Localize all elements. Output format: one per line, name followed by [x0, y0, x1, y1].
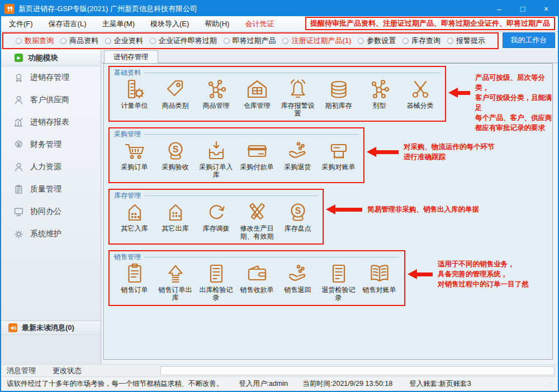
minimize-button[interactable]: –: [487, 1, 511, 16]
menu-item[interactable]: 保存语言(L): [49, 19, 87, 29]
toolbar-item[interactable]: 企业证件即将过期: [150, 36, 217, 46]
module-item[interactable]: 销售退回: [277, 261, 318, 302]
annotation: 产品可按级、层次等分类， 客户可按级分类，且能满足 每个产品、客户、供应商 都应…: [448, 73, 552, 133]
toolbar-item[interactable]: 参数设置: [358, 36, 396, 46]
sidebar-item[interactable]: 系统维护: [1, 223, 101, 245]
module-item[interactable]: 期初库存: [318, 77, 359, 117]
module-item[interactable]: S采购验收: [155, 138, 196, 179]
module-item-label: 销售收款单: [240, 286, 274, 294]
footer-link[interactable]: 消息管理: [7, 366, 36, 376]
module-item[interactable]: 退货检验记录: [318, 261, 359, 302]
menu-item[interactable]: 模块导入(E): [150, 19, 189, 29]
speaker-icon: [8, 323, 17, 332]
status-orb-icon: [402, 38, 409, 44]
module-item-label: 库存报警设置: [280, 102, 316, 117]
menu-items: 文件(F)保存语言(L)主菜单(M)模块导入(E)帮助(H)会计凭证: [9, 19, 290, 29]
status-orb-icon: [16, 38, 22, 44]
footer-field: [160, 366, 555, 375]
module-item-label: 其它入库: [121, 224, 148, 232]
chart-icon: [13, 117, 24, 128]
sidebar-item[interactable]: 客户供应商: [1, 89, 101, 111]
sidebar-item[interactable]: 进销存管理: [1, 66, 101, 89]
module-item[interactable]: 销售对账单: [359, 261, 400, 302]
maximize-button[interactable]: □: [511, 1, 534, 16]
hand-coins-icon: [287, 262, 309, 285]
module-item[interactable]: 采购订单入库: [196, 138, 236, 179]
toolbar-item[interactable]: 库存查询: [402, 36, 440, 46]
toolbar-item[interactable]: 注册证过期产品(1): [282, 36, 351, 46]
sidebar-item[interactable]: 进销存报表: [1, 111, 101, 133]
sidebar-item-label: 系统维护: [30, 229, 61, 239]
sidebar-header-label: 功能模块: [28, 53, 58, 63]
module-item[interactable]: 修改生产日期、有效期: [236, 200, 277, 240]
module-item[interactable]: 采购订单: [114, 138, 155, 179]
close-button[interactable]: ×: [534, 1, 558, 16]
toolbar-item[interactable]: 即将过期产品: [224, 36, 276, 46]
module-item[interactable]: 计量单位: [114, 77, 155, 117]
status-message: 该软件经过了十多年的市场考验，每一个细节都精益求精、不断改善。: [7, 379, 224, 389]
titlebar: 新页进销存-GSP专版(2021) 广州新页信息科技有限公司 – □ ×: [1, 1, 558, 16]
module-item-label: 库存调拨: [203, 224, 230, 232]
footer-link[interactable]: 更改状态: [53, 366, 82, 376]
module-item[interactable]: 采购对账单: [318, 138, 359, 179]
sidebar-item[interactable]: 财务管理: [1, 133, 101, 156]
toolbar: 数据查询商品资料企业资料企业证件即将过期即将过期产品注册证过期产品(1)参数设置…: [2, 32, 499, 49]
module-item-label: 采购付款单: [240, 163, 274, 171]
status-orb-icon: [105, 38, 111, 44]
menu-item[interactable]: 会计凭证: [245, 19, 274, 29]
status-orb-icon: [224, 38, 230, 44]
messages-bar[interactable]: 最新未读消息(0): [1, 321, 101, 335]
module-item[interactable]: 出库检验记录: [196, 261, 236, 302]
sidebar-item[interactable]: 质量管理: [1, 178, 101, 200]
module-item[interactable]: 库存报警设置: [277, 77, 318, 117]
section-title: 基础资料: [114, 68, 141, 78]
module-item[interactable]: 销售订单出库: [155, 261, 196, 302]
status-account-set: 登入账套:新页账套3: [409, 379, 471, 389]
toolbar-item[interactable]: 报警提示: [447, 36, 485, 46]
module-item-label: 出库检验记录: [198, 286, 235, 302]
module-item[interactable]: 采购付款单: [236, 138, 277, 179]
rosette-icon: [13, 73, 24, 83]
menu-item[interactable]: 文件(F): [9, 19, 33, 29]
module-item[interactable]: 销售订单: [114, 261, 155, 302]
toolbar-item[interactable]: 数据查询: [16, 36, 54, 46]
module-item[interactable]: 库存调拨: [196, 200, 236, 240]
section-divider: [144, 73, 440, 73]
toolbar-item[interactable]: 企业资料: [105, 36, 143, 46]
annotation: 对采购、物流运作的每个环节 进行准确跟踪: [367, 142, 495, 162]
sidebar-item-label: 进销存报表: [30, 117, 69, 127]
hand-coins-icon: [287, 140, 309, 162]
left-arrow-icon: [326, 204, 362, 214]
module-item[interactable]: 剂型: [359, 77, 400, 117]
sidebar-item[interactable]: 协同办公: [1, 200, 101, 223]
annotation-text: 对采购、物流运作的每个环节 进行准确跟踪: [404, 142, 495, 162]
module-item[interactable]: 采购退货: [277, 138, 318, 179]
toolbar-item-label: 报警提示: [456, 36, 485, 46]
module-item[interactable]: S库存盘点: [277, 200, 318, 240]
section-items: 其它入库其它出库库存调拨修改生产日期、有效期S库存盘点: [114, 200, 318, 240]
molecule-icon: [205, 78, 228, 101]
module-item[interactable]: 其它入库: [114, 200, 155, 240]
module-item[interactable]: 器械分类: [400, 77, 440, 117]
module-item-label: 器械分类: [407, 102, 434, 109]
workbench-button[interactable]: 我的工作台: [503, 32, 555, 48]
section-box: 采购管理采购订单S采购验收采购订单入库采购付款单采购退货采购对账单: [108, 127, 364, 183]
module-item[interactable]: 商品类别: [155, 77, 196, 117]
sidebar-item[interactable]: 人力资源: [1, 156, 101, 178]
module-item-label: 销售退回: [285, 286, 311, 294]
menu-item[interactable]: 帮助(H): [205, 19, 229, 29]
left-arrow-icon: [408, 269, 433, 279]
tab-inventory-management[interactable]: 进销存管理: [104, 50, 158, 63]
module-item[interactable]: 其它出库: [155, 200, 196, 240]
module-item[interactable]: 仓库管理: [236, 77, 277, 117]
toolbar-item-label: 注册证过期产品(1): [291, 36, 351, 46]
sidebar: ▶ 功能模块 进销存管理客户供应商进销存报表财务管理人力资源质量管理协同办公系统…: [1, 50, 101, 364]
module-item[interactable]: 销售收款单: [236, 261, 277, 302]
toolbar-item[interactable]: 商品资料: [60, 36, 98, 46]
resize-grip-icon[interactable]: .::: [546, 381, 552, 387]
menu-item[interactable]: 主菜单(M): [102, 19, 135, 29]
molecule-icon: [368, 78, 391, 101]
module-item-label: 其它出库: [162, 224, 189, 232]
module-item[interactable]: 商品管理: [196, 77, 236, 117]
checklist-icon: [328, 262, 350, 285]
